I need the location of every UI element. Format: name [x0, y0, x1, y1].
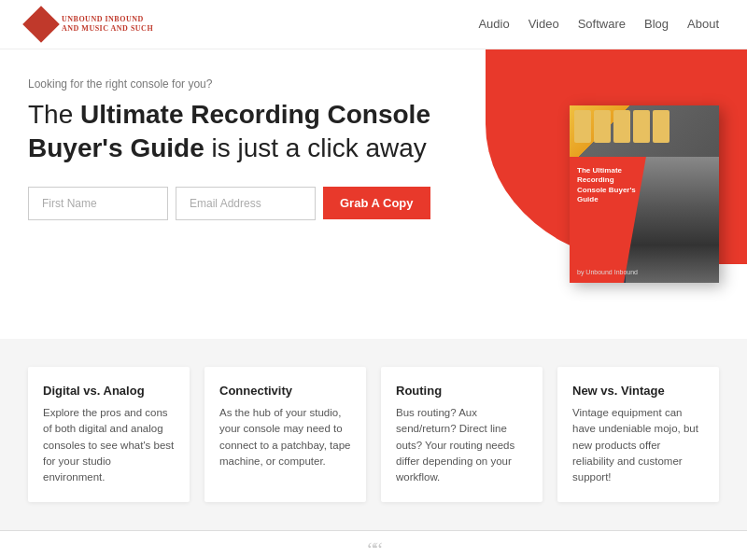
book-image: The Ultimate Recording Console Buyer's G… — [570, 105, 719, 283]
feature-card-0: Digital vs. Analog Explore the pros and … — [28, 367, 190, 502]
feature-body-1: As the hub of your studio, your console … — [219, 405, 351, 469]
feature-title-3: New vs. Vintage — [572, 384, 704, 398]
feature-card-2: Routing Bus routing? Aux send/return? Di… — [381, 367, 543, 502]
features-section: Digital vs. Analog Explore the pros and … — [0, 339, 747, 530]
book-top-panel — [570, 105, 719, 157]
feature-body-3: Vintage equipment can have undeniable mo… — [572, 405, 704, 485]
logo: UNBOUND INBOUND AND MUSIC AND SUCH — [28, 11, 153, 37]
nav-menu: Audio Video Software Blog About — [478, 17, 719, 32]
feature-title-1: Connectivity — [219, 384, 351, 398]
book-cover: The Ultimate Recording Console Buyer's G… — [570, 105, 719, 283]
logo-text: UNBOUND INBOUND AND MUSIC AND SUCH — [62, 15, 153, 33]
feature-title-2: Routing — [396, 384, 528, 398]
hero-section: Looking for the right console for you? T… — [0, 49, 747, 339]
footer-bar: ““ — [0, 530, 747, 560]
feature-card-1: Connectivity As the hub of your studio, … — [204, 367, 366, 502]
nav-about[interactable]: About — [687, 17, 719, 31]
hero-title: The Ultimate Recording Console Buyer's G… — [28, 98, 476, 166]
nav-blog[interactable]: Blog — [644, 17, 669, 31]
quote-icon: ““ — [367, 538, 380, 560]
book-author-text: by Unbound Inbound — [577, 269, 638, 275]
feature-title-0: Digital vs. Analog — [43, 384, 175, 398]
navbar: UNBOUND INBOUND AND MUSIC AND SUCH Audio… — [0, 0, 747, 49]
nav-audio[interactable]: Audio — [478, 17, 509, 31]
book-title-text: The Ultimate Recording Console Buyer's G… — [577, 166, 642, 205]
feature-body-2: Bus routing? Aux send/return? Direct lin… — [396, 405, 528, 485]
first-name-input[interactable] — [28, 187, 168, 220]
feature-card-3: New vs. Vintage Vintage equipment can ha… — [557, 367, 719, 502]
logo-diamond-icon — [22, 6, 60, 43]
hero-form: Grab A Copy — [28, 187, 476, 220]
email-input[interactable] — [176, 187, 316, 220]
hero-subtitle: Looking for the right console for you? — [28, 77, 476, 91]
nav-video[interactable]: Video — [529, 17, 559, 31]
feature-body-0: Explore the pros and cons of both digita… — [43, 405, 175, 485]
hero-content: Looking for the right console for you? T… — [28, 77, 476, 220]
nav-software[interactable]: Software — [578, 17, 626, 31]
grab-copy-button[interactable]: Grab A Copy — [323, 187, 430, 219]
